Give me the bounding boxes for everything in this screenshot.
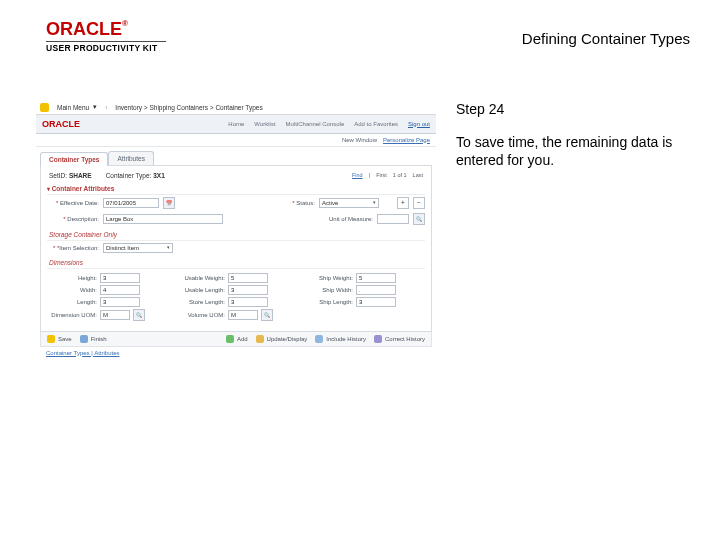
chevron-down-icon: ▾ (93, 103, 97, 111)
app-screenshot: Main Menu ▾ › Inventory > Shipping Conta… (36, 101, 436, 359)
input-vol-uom[interactable]: M (228, 310, 258, 320)
label-status: Status: (285, 200, 315, 206)
nav-mcc[interactable]: MultiChannel Console (286, 121, 345, 127)
update-display-button[interactable]: Update/Display (256, 335, 308, 343)
plus-icon (226, 335, 234, 343)
label-item-selection: *Item Selection: (47, 245, 99, 251)
correct-icon (374, 335, 382, 343)
input-usable-weight[interactable]: 5 (228, 273, 268, 283)
app-subnav: New Window Personalize Page (36, 134, 436, 147)
nav-home[interactable]: Home (228, 121, 244, 127)
label-effdate: Effective Date: (47, 200, 99, 206)
save-icon (47, 335, 55, 343)
favorites-icon[interactable] (40, 103, 49, 112)
action-footer: Save Finish Add Update/Display Include H… (40, 332, 432, 347)
input-dim-uom[interactable]: M (100, 310, 130, 320)
link-new-window[interactable]: New Window (342, 137, 377, 143)
select-status[interactable]: Active (319, 198, 379, 208)
nav-add-fav[interactable]: Add to Favorites (354, 121, 398, 127)
finish-icon (80, 335, 88, 343)
brand-subtitle: USER PRODUCTIVITY KIT (46, 44, 166, 53)
app-topnav: Home Worklist MultiChannel Console Add t… (228, 121, 430, 127)
lookup-icon[interactable]: 🔍 (133, 309, 145, 321)
nav-signout[interactable]: Sign out (408, 121, 430, 127)
bottom-tab-links[interactable]: Container Types | Attributes (40, 347, 432, 359)
input-height[interactable]: 3 (100, 273, 140, 283)
input-ship-width[interactable]: . (356, 285, 396, 295)
select-item-selection[interactable]: Distinct Item (103, 243, 173, 253)
brand-rule (46, 41, 166, 42)
app-header: ORACLE Home Worklist MultiChannel Consol… (36, 115, 436, 134)
lookup-icon[interactable]: 🔍 (413, 213, 425, 225)
include-history-button[interactable]: Include History (315, 335, 366, 343)
pager-last[interactable]: Last (413, 172, 423, 178)
input-width[interactable]: 4 (100, 285, 140, 295)
delete-row-button[interactable]: − (413, 197, 425, 209)
app-brand: ORACLE (42, 119, 80, 129)
input-length[interactable]: 3 (100, 297, 140, 307)
tab-attributes[interactable]: Attributes (108, 151, 153, 165)
brand-word: ORACLE® (46, 20, 166, 38)
history-icon (315, 335, 323, 343)
add-button[interactable]: Add (226, 335, 248, 343)
pager-first[interactable]: First (376, 172, 387, 178)
input-ship-length[interactable]: 3 (356, 297, 396, 307)
page-header: ORACLE® USER PRODUCTIVITY KIT Defining C… (0, 0, 720, 59)
input-ship-weight[interactable]: 5 (356, 273, 396, 283)
label-desc: Description: (47, 216, 99, 222)
section-container-attrs[interactable]: Container Attributes (47, 183, 425, 195)
page-title: Defining Container Types (522, 20, 690, 47)
update-icon (256, 335, 264, 343)
pager-pos: 1 of 1 (393, 172, 407, 178)
input-uom[interactable] (377, 214, 409, 224)
oracle-upk-logo: ORACLE® USER PRODUCTIVITY KIT (46, 20, 166, 53)
input-store-length[interactable]: 3 (228, 297, 268, 307)
lookup-icon[interactable]: 🔍 (261, 309, 273, 321)
main-panel: SetID: SHARE Container Type: 3X1 Find | … (40, 165, 432, 332)
record-tabs: Container Types Attributes (40, 151, 436, 165)
section-storage-only: Storage Container Only (47, 227, 425, 241)
breadcrumb[interactable]: Inventory > Shipping Containers > Contai… (115, 104, 262, 111)
input-effdate[interactable]: 07/01/2005 (103, 198, 159, 208)
tab-container-types[interactable]: Container Types (40, 152, 108, 166)
input-desc[interactable]: Large Box (103, 214, 223, 224)
label-uom: Unit of Measure: (319, 216, 373, 222)
calendar-icon[interactable]: 📅 (163, 197, 175, 209)
step-description: To save time, the remaining data is ente… (456, 133, 696, 171)
instruction-panel: Step 24 To save time, the remaining data… (456, 101, 696, 359)
step-label: Step 24 (456, 101, 696, 117)
browser-tabbar: Main Menu ▾ › Inventory > Shipping Conta… (36, 101, 436, 115)
save-button[interactable]: Save (47, 335, 72, 343)
nav-worklist[interactable]: Worklist (254, 121, 275, 127)
section-dimensions: Dimensions (47, 255, 425, 269)
input-usable-length[interactable]: 3 (228, 285, 268, 295)
tab-main-menu[interactable]: Main Menu ▾ (57, 103, 97, 111)
finish-button[interactable]: Finish (80, 335, 107, 343)
dimensions-grid: Height:3 Usable Weight:5 Ship Weight:5 W… (47, 269, 425, 325)
link-personalize[interactable]: Personalize Page (383, 137, 430, 143)
link-find[interactable]: Find (352, 172, 363, 178)
add-row-button[interactable]: + (397, 197, 409, 209)
correct-history-button[interactable]: Correct History (374, 335, 425, 343)
record-summary-row: SetID: SHARE Container Type: 3X1 Find | … (47, 170, 425, 183)
